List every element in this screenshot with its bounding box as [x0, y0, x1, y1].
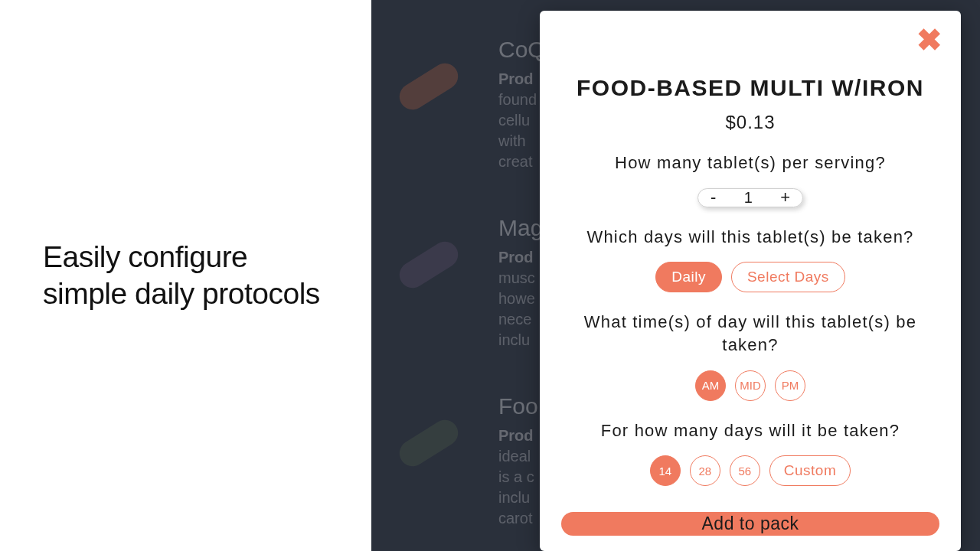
- frequency-options: Daily Select Days: [655, 262, 845, 292]
- time-options: AM MID PM: [695, 370, 805, 401]
- modal-title: FOOD-BASED MULTI W/IRON: [577, 75, 924, 101]
- question-duration: For how many days will it be taken?: [601, 419, 900, 442]
- duration-14-button[interactable]: 14: [650, 455, 681, 486]
- duration-56-button[interactable]: 56: [730, 455, 760, 486]
- add-to-pack-button[interactable]: Add to pack: [561, 512, 939, 536]
- quantity-value: 1: [744, 189, 753, 207]
- duration-28-button[interactable]: 28: [690, 455, 720, 486]
- duration-options: 14 28 56 Custom: [650, 455, 851, 486]
- time-am-button[interactable]: AM: [695, 370, 726, 401]
- question-time-of-day: What time(s) of day will this tablet(s) …: [574, 311, 926, 356]
- close-icon[interactable]: ✖: [916, 24, 942, 55]
- decrement-button[interactable]: -: [710, 189, 716, 206]
- left-caption-panel: Easily configure simple daily protocols: [0, 0, 371, 551]
- time-mid-button[interactable]: MID: [735, 370, 766, 401]
- app-preview-panel: CoQ Prodfoundcelluwithcreat Mag Prodmusc…: [371, 0, 980, 551]
- time-pm-button[interactable]: PM: [775, 370, 805, 401]
- freq-daily-button[interactable]: Daily: [655, 262, 722, 292]
- question-which-days: Which days will this tablet(s) be taken?: [586, 226, 913, 249]
- question-serving: How many tablet(s) per serving?: [615, 152, 886, 174]
- freq-select-days-button[interactable]: Select Days: [731, 262, 845, 292]
- increment-button[interactable]: +: [780, 189, 790, 206]
- quantity-stepper: - 1 +: [697, 188, 803, 207]
- price-label: $0.13: [725, 112, 775, 133]
- configure-protocol-modal: ✖ FOOD-BASED MULTI W/IRON $0.13 How many…: [540, 11, 961, 551]
- duration-custom-button[interactable]: Custom: [769, 455, 851, 486]
- left-headline: Easily configure simple daily protocols: [43, 239, 328, 311]
